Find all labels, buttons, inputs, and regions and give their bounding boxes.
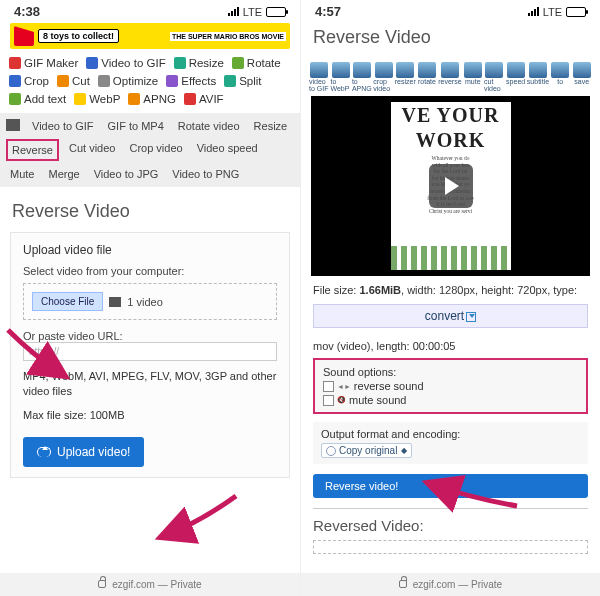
video-toolstrip: video to GIFto WebPto APNGcrop videoresi… <box>309 62 592 92</box>
tool-icon <box>375 62 393 78</box>
tool-icon <box>232 57 244 69</box>
formats-note: MP4, WebM, AVI, MPEG, FLV, MOV, 3GP and … <box>23 369 277 400</box>
subtab-video-speed[interactable]: Video speed <box>193 139 262 161</box>
tool-cut[interactable]: Cut <box>56 73 91 89</box>
subtab-reverse[interactable]: Reverse <box>6 139 59 161</box>
tool-icon <box>441 62 459 78</box>
tool-avif[interactable]: AVIF <box>183 91 225 107</box>
signal-icon <box>228 7 239 16</box>
browser-bottom-bar: ezgif.com — Private <box>0 573 300 596</box>
encoding-title: Output format and encoding: <box>321 428 580 440</box>
tool-resize[interactable]: Resize <box>173 55 225 71</box>
network: LTE <box>543 6 562 18</box>
strip-resizer[interactable]: resizer <box>395 62 416 92</box>
tool-icon <box>310 62 328 78</box>
card-title: Upload video file <box>23 243 277 257</box>
strip-save[interactable]: save <box>571 62 591 92</box>
reverse-sound-option[interactable]: ◄►reverse sound <box>323 380 578 392</box>
strip-reverse[interactable]: reverse <box>438 62 461 92</box>
tool-icon <box>9 93 21 105</box>
strip-mute[interactable]: mute <box>463 62 483 92</box>
tool-add-text[interactable]: Add text <box>8 91 67 107</box>
tool-icon <box>353 62 371 78</box>
choose-file-button[interactable]: Choose File <box>32 292 103 311</box>
annotation-arrow <box>150 492 240 555</box>
strip-speed[interactable]: speed <box>505 62 525 92</box>
tool-icon <box>332 62 350 78</box>
subtab-video-to-jpg[interactable]: Video to JPG <box>90 165 163 183</box>
tool-icon <box>128 93 140 105</box>
poster-line: WORK <box>416 129 486 152</box>
tool-split[interactable]: Split <box>223 73 262 89</box>
subtab-resize[interactable]: Resize <box>250 117 292 135</box>
left-phone: 4:38 LTE 8 toys to collect! THE SUPER MA… <box>0 0 300 596</box>
strip-cut-video[interactable]: cut video <box>484 62 504 92</box>
upload-label: Upload video! <box>57 445 130 459</box>
strip-rotate[interactable]: rotate <box>417 62 437 92</box>
or-label: Or paste video URL: <box>23 330 277 342</box>
upload-card: Upload video file Select video from your… <box>10 232 290 478</box>
tool-icon <box>98 75 110 87</box>
strip-subtitle[interactable]: subtitle <box>527 62 549 92</box>
site-host: ezgif.com <box>413 579 456 590</box>
tool-icon <box>396 62 414 78</box>
page-title: Reverse Video <box>313 27 588 48</box>
tool-effects[interactable]: Effects <box>165 73 217 89</box>
mute-sound-option[interactable]: 🔇mute sound <box>323 394 578 406</box>
subtab-rotate-video[interactable]: Rotate video <box>174 117 244 135</box>
ad-banner[interactable]: 8 toys to collect! THE SUPER MARIO BROS … <box>10 23 290 49</box>
output-heading: Reversed Video: <box>313 517 588 534</box>
subtab-crop-video[interactable]: Crop video <box>125 139 186 161</box>
tool-icon <box>418 62 436 78</box>
upload-button[interactable]: Upload video! <box>23 437 144 467</box>
time: 4:57 <box>315 4 341 19</box>
tool-icon <box>224 75 236 87</box>
subtab-video-to-gif[interactable]: Video to GIF <box>28 117 98 135</box>
tool-icon <box>529 62 547 78</box>
tool-icon <box>573 62 591 78</box>
subtab-cut-video[interactable]: Cut video <box>65 139 119 161</box>
strip-to-APNG[interactable]: to APNG <box>352 62 372 92</box>
strip-to-WebP[interactable]: to WebP <box>330 62 350 92</box>
file-dropzone[interactable]: Choose File 1 video <box>23 283 277 320</box>
tool-optimize[interactable]: Optimize <box>97 73 159 89</box>
subtab-gif-to-mp4[interactable]: GIF to MP4 <box>104 117 168 135</box>
reverse-video-button[interactable]: Reverse video! <box>313 474 588 498</box>
tool-icon <box>86 57 98 69</box>
tool-icon <box>9 75 21 87</box>
video-subtabs: Video to GIFGIF to MP4Rotate videoResize… <box>0 113 300 187</box>
tool-icon <box>174 57 186 69</box>
checkbox-icon[interactable] <box>323 395 334 406</box>
tool-icon <box>74 93 86 105</box>
tool-apng[interactable]: APNG <box>127 91 177 107</box>
sound-title: Sound options: <box>323 366 578 378</box>
tool-gif-maker[interactable]: GIF Maker <box>8 55 79 71</box>
subtab-merge[interactable]: Merge <box>44 165 83 183</box>
file-meta: File size: 1.66MiB, width: 1280px, heigh… <box>313 284 588 296</box>
url-input[interactable]: https:// <box>23 342 277 361</box>
signal-icon <box>528 7 539 16</box>
checkbox-icon[interactable] <box>323 381 334 392</box>
tool-rotate[interactable]: Rotate <box>231 55 282 71</box>
play-icon[interactable] <box>429 164 473 208</box>
video-preview[interactable]: VE YOUR WORK Whatever you do with all yo… <box>311 96 590 276</box>
status-right: LTE <box>528 6 586 18</box>
strip-crop-video[interactable]: crop video <box>373 62 393 92</box>
tool-crop[interactable]: Crop <box>8 73 50 89</box>
film-icon <box>6 119 20 131</box>
convert-button[interactable]: convert <box>313 304 588 328</box>
subtab-video-to-png[interactable]: Video to PNG <box>168 165 243 183</box>
tool-video-to-gif[interactable]: Video to GIF <box>85 55 166 71</box>
encoding-select[interactable]: Copy original◆ <box>321 443 412 458</box>
strip-video-to-GIF[interactable]: video to GIF <box>309 62 329 92</box>
strip-to[interactable]: to <box>550 62 570 92</box>
subtab-mute[interactable]: Mute <box>6 165 38 183</box>
tool-icon <box>464 62 482 78</box>
poster-line: VE YOUR <box>402 104 500 127</box>
tool-webp[interactable]: WebP <box>73 91 121 107</box>
battery-icon <box>266 7 286 17</box>
download-icon <box>466 312 476 322</box>
tool-icon <box>9 57 21 69</box>
browse-mode: Private <box>171 579 202 590</box>
lock-icon <box>399 580 407 588</box>
